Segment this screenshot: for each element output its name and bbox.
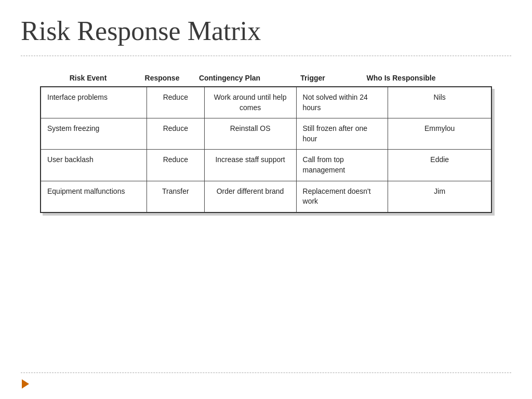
table-row: System freezing Reduce Reinstall OS Stil…: [41, 118, 491, 150]
responsible-3: Eddie: [388, 150, 491, 181]
table-row: User backlash Reduce Increase staff supp…: [41, 150, 491, 181]
trigger-3: Call from top management: [296, 150, 388, 181]
col-header-responsible: Who Is Responsible: [354, 72, 448, 84]
response-2: Reduce: [147, 118, 205, 150]
risk-event-4: Equipment malfunctions: [41, 181, 147, 212]
title-divider: [21, 56, 511, 56]
trigger-1: Not solved within 24 hours: [296, 87, 388, 118]
responsible-4: Jim: [388, 181, 491, 212]
trigger-4: Replacement doesn't work: [296, 181, 388, 212]
contingency-1: Work around until help comes: [204, 87, 296, 118]
trigger-2: Still frozen after one hour: [296, 118, 388, 150]
table-row: Equipment malfunctions Transfer Order di…: [41, 181, 491, 212]
col-header-trigger: Trigger: [271, 72, 354, 84]
page-container: Risk Response Matrix Risk Event Response…: [0, 0, 532, 399]
risk-matrix-table: Interface problems Reduce Work around un…: [40, 86, 492, 213]
col-header-contingency: Contingency Plan: [188, 72, 271, 84]
table-row: Interface problems Reduce Work around un…: [41, 87, 491, 118]
col-header-response: Response: [136, 72, 188, 84]
page-title: Risk Response Matrix: [21, 16, 511, 46]
response-1: Reduce: [147, 87, 205, 118]
responsible-1: Nils: [388, 87, 491, 118]
responsible-2: Emmylou: [388, 118, 491, 150]
matrix-container: Risk Event Response Contingency Plan Tri…: [40, 72, 492, 213]
column-headers: Risk Event Response Contingency Plan Tri…: [40, 72, 492, 84]
next-arrow-icon[interactable]: [22, 379, 29, 389]
bottom-divider: [21, 373, 511, 373]
risk-event-3: User backlash: [41, 150, 147, 181]
contingency-3: Increase staff support: [204, 150, 296, 181]
risk-event-2: System freezing: [41, 118, 147, 150]
contingency-4: Order different brand: [204, 181, 296, 212]
risk-event-1: Interface problems: [41, 87, 147, 118]
contingency-2: Reinstall OS: [204, 118, 296, 150]
table-wrapper: Risk Event Response Contingency Plan Tri…: [21, 72, 511, 213]
col-header-risk: Risk Event: [40, 72, 136, 84]
response-3: Reduce: [147, 150, 205, 181]
response-4: Transfer: [147, 181, 205, 212]
